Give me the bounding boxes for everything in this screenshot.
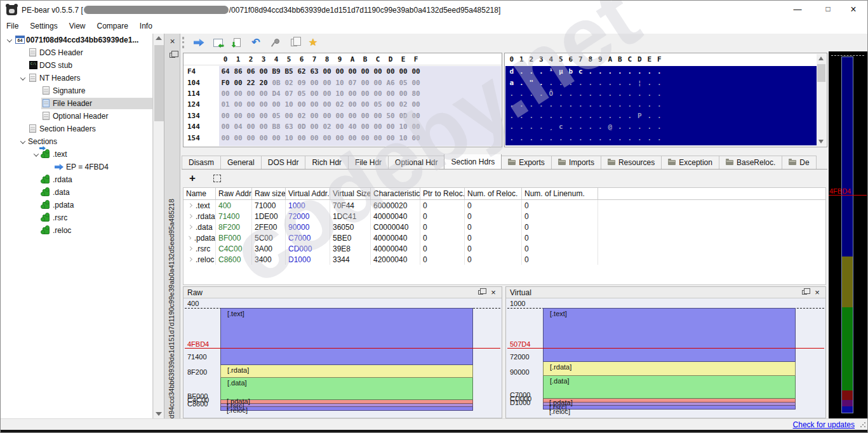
hex-byte[interactable]: 00 bbox=[384, 123, 397, 131]
ascii-char[interactable]: " bbox=[526, 79, 537, 87]
ascii-char[interactable]: . bbox=[566, 134, 576, 142]
ascii-char[interactable]: . bbox=[605, 112, 615, 120]
hex-byte[interactable]: 00 bbox=[321, 90, 333, 98]
column-header[interactable]: Virtual Addr. bbox=[286, 188, 330, 199]
hex-byte[interactable]: F0 bbox=[219, 79, 232, 87]
follow-arrow-icon[interactable] bbox=[189, 36, 208, 50]
ascii-char[interactable]: . bbox=[537, 134, 547, 142]
hex-byte[interactable]: 00 bbox=[359, 123, 371, 131]
ascii-char[interactable]: . bbox=[644, 123, 655, 131]
hex-byte[interactable]: 00 bbox=[346, 134, 359, 142]
ascii-char[interactable]: . bbox=[605, 79, 615, 87]
table-cell[interactable]: 3344 bbox=[330, 254, 371, 265]
dock-float-icon[interactable] bbox=[167, 50, 178, 61]
table-cell[interactable]: 40000040 bbox=[371, 243, 420, 254]
table-row[interactable]: .rdata714001DE00720001DC4140000040000 bbox=[184, 211, 825, 222]
chevron-down-icon[interactable] bbox=[18, 135, 28, 148]
hex-byte[interactable]: 05 bbox=[270, 112, 283, 120]
tree-item--pdata[interactable]: .pdata bbox=[1, 199, 152, 211]
ascii-char[interactable]: . bbox=[576, 123, 586, 131]
ascii-char[interactable]: . bbox=[625, 100, 635, 109]
menu-info[interactable]: Info bbox=[134, 20, 158, 32]
ascii-char[interactable]: . bbox=[615, 100, 625, 109]
tab-optional-hdr[interactable]: Optional Hdr bbox=[388, 156, 444, 169]
table-cell[interactable]: 0 bbox=[522, 232, 598, 243]
hex-byte[interactable]: 00 bbox=[397, 67, 410, 76]
hex-byte[interactable]: 00 bbox=[244, 112, 257, 120]
table-cell[interactable]: CD000 bbox=[286, 243, 330, 254]
tree-item-sections[interactable]: Sections bbox=[1, 135, 152, 148]
table-cell[interactable]: 3A00 bbox=[252, 243, 286, 254]
panel-close-icon[interactable]: × bbox=[811, 288, 823, 297]
hex-byte[interactable]: 86 bbox=[232, 67, 244, 76]
undo-icon[interactable]: ↶ bbox=[246, 36, 265, 50]
table-cell[interactable]: 0 bbox=[420, 222, 465, 232]
column-header[interactable]: Num. of Linenum. bbox=[522, 188, 598, 199]
table-cell[interactable]: 71000 bbox=[252, 200, 286, 211]
hex-byte[interactable]: 10 bbox=[333, 90, 346, 98]
ascii-char[interactable]: . bbox=[537, 67, 547, 76]
scroll-up-icon[interactable] bbox=[818, 57, 824, 60]
hex-byte[interactable]: 00 bbox=[410, 100, 422, 109]
hex-byte[interactable]: 00 bbox=[244, 90, 257, 98]
hex-byte[interactable]: 06 bbox=[244, 67, 257, 76]
hex-byte[interactable]: 00 bbox=[333, 123, 346, 131]
ascii-char[interactable]: . bbox=[576, 79, 586, 87]
table-cell[interactable]: 0 bbox=[522, 243, 598, 254]
hex-byte[interactable]: 00 bbox=[321, 79, 333, 87]
maximize-button[interactable]: □ bbox=[818, 4, 838, 16]
ascii-char[interactable]: . bbox=[644, 100, 655, 109]
ascii-char[interactable]: . bbox=[526, 112, 537, 120]
column-header[interactable]: Raw Addr. bbox=[216, 188, 252, 199]
tab-de[interactable]: De bbox=[782, 156, 816, 169]
hex-byte[interactable]: 00 bbox=[384, 134, 397, 142]
table-cell[interactable]: 5C00 bbox=[252, 232, 286, 243]
ascii-char[interactable]: . bbox=[556, 90, 566, 98]
ascii-char[interactable]: . bbox=[596, 100, 606, 109]
hex-byte[interactable]: 00 bbox=[244, 100, 257, 109]
tree-item-signature[interactable]: Signature bbox=[1, 84, 152, 97]
ascii-char[interactable]: . bbox=[596, 79, 606, 87]
ascii-char[interactable]: . bbox=[556, 79, 566, 87]
ascii-char[interactable]: . bbox=[596, 123, 606, 131]
tree-item--rdata[interactable]: .rdata bbox=[1, 173, 152, 186]
table-cell[interactable]: 1DE00 bbox=[252, 211, 286, 222]
hex-byte[interactable]: 00 bbox=[232, 90, 244, 98]
hex-byte[interactable]: 00 bbox=[346, 112, 359, 120]
ascii-char[interactable]: . bbox=[596, 90, 606, 98]
ascii-char[interactable]: . bbox=[517, 67, 527, 76]
ascii-char[interactable]: . bbox=[546, 79, 556, 87]
table-cell[interactable]: 0 bbox=[522, 200, 598, 211]
panel-float-icon[interactable] bbox=[475, 288, 486, 297]
hex-byte[interactable]: 09 bbox=[295, 79, 308, 87]
ascii-char[interactable]: P bbox=[635, 112, 645, 120]
ascii-char[interactable]: . bbox=[615, 112, 625, 120]
ascii-char[interactable]: . bbox=[526, 90, 537, 98]
ascii-char[interactable]: . bbox=[635, 100, 645, 109]
expand-view-icon[interactable] bbox=[213, 175, 221, 182]
hex-byte[interactable]: 00 bbox=[410, 123, 422, 131]
tree-scroll-thumb[interactable] bbox=[154, 45, 164, 121]
scroll-down-icon[interactable] bbox=[818, 140, 824, 143]
hex-byte[interactable]: 00 bbox=[371, 134, 384, 142]
ascii-char[interactable]: @ bbox=[605, 123, 615, 131]
row-expander-icon[interactable] bbox=[188, 225, 192, 229]
hex-byte[interactable]: 00 bbox=[371, 112, 384, 120]
ascii-char[interactable]: . bbox=[635, 134, 645, 142]
hex-byte[interactable]: 10 bbox=[333, 79, 346, 87]
hex-byte[interactable]: 00 bbox=[257, 100, 270, 109]
column-header[interactable]: Characteristics bbox=[371, 188, 420, 199]
table-cell[interactable]: .text bbox=[184, 200, 216, 211]
ascii-char[interactable]: c bbox=[556, 123, 566, 131]
hex-byte[interactable]: 02 bbox=[397, 100, 410, 109]
ascii-char[interactable]: . bbox=[556, 134, 566, 142]
hex-byte[interactable]: 0B bbox=[270, 79, 283, 87]
hex-byte[interactable]: 00 bbox=[346, 67, 359, 76]
hex-byte[interactable]: 00 bbox=[321, 112, 333, 120]
menu-view[interactable]: View bbox=[63, 20, 91, 32]
hex-byte[interactable]: 00 bbox=[257, 123, 270, 131]
tree-item-dos-header[interactable]: DOS Header bbox=[1, 46, 152, 59]
ascii-char[interactable]: . bbox=[556, 100, 566, 109]
hex-byte[interactable]: 00 bbox=[257, 67, 270, 76]
ascii-char[interactable]: . bbox=[655, 112, 665, 120]
